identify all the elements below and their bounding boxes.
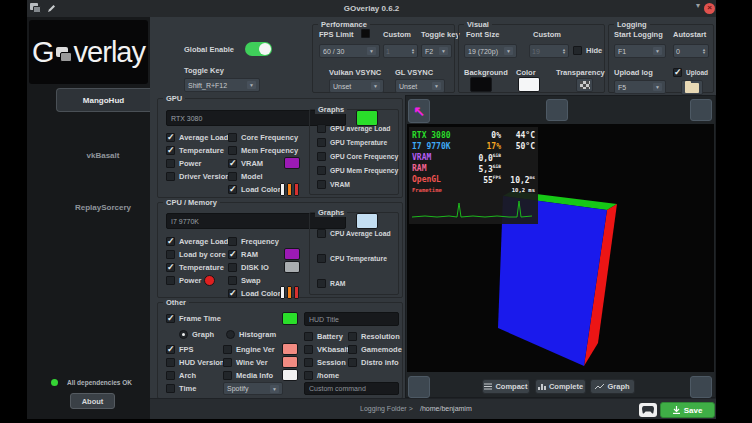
font-custom-spinbox[interactable]: 19▲▼ <box>529 44 569 58</box>
radio-graph[interactable]: Graph <box>179 330 214 339</box>
autostart-spinbox[interactable]: 0▲▼ <box>673 44 709 58</box>
gl-vsync-select[interactable]: Unset▼ <box>395 79 445 93</box>
chevron-down-icon[interactable]: ▾ <box>696 1 700 10</box>
spinner-arrows-icon[interactable]: ▲▼ <box>562 48 566 55</box>
cpu-check-disk-io[interactable]: DISK IO <box>228 263 269 272</box>
engine-ver-color-swatch[interactable] <box>282 343 298 355</box>
preview-top-middle-button[interactable] <box>546 99 568 121</box>
spinner-arrows-icon[interactable]: ▲▼ <box>702 48 706 55</box>
other-check-hud-version[interactable]: HUD Version <box>166 358 224 367</box>
global-enable-toggle[interactable] <box>245 42 272 56</box>
gpu-check-driver-version[interactable]: Driver Version <box>166 172 230 181</box>
other-check-wine-ver[interactable]: Wine Ver <box>223 358 268 367</box>
hide-check-row[interactable]: Hide <box>573 46 602 55</box>
gpu-graph-mem-frequency[interactable]: GPU Mem Frequency <box>317 166 398 175</box>
gpu-check-average-load[interactable]: Average Load <box>166 133 228 142</box>
background-color-swatch[interactable] <box>470 77 492 92</box>
gpu-load-color-swatches[interactable] <box>280 183 299 196</box>
upload-check-row[interactable]: Upload <box>673 68 708 77</box>
gamepad-button[interactable] <box>639 403 657 417</box>
other-check-frame-time[interactable]: Frame Time <box>166 314 221 323</box>
cpu-ram-color-swatch[interactable] <box>284 248 300 260</box>
spinner-arrows-icon[interactable]: ▲▼ <box>411 48 415 55</box>
cpu-graph-ram[interactable]: RAM <box>317 279 345 288</box>
gpu-check-core-frequency[interactable]: Core Frequency <box>228 133 298 142</box>
gpu-check-temperature[interactable]: Temperature <box>166 146 224 155</box>
other-check-arch[interactable]: Arch <box>166 371 196 380</box>
fps-limit-select[interactable]: 60 / 30▼ <box>319 44 380 58</box>
gpu-graph-core-frequency[interactable]: GPU Core Frequency <box>317 152 398 161</box>
fps-custom-spinbox[interactable]: 1▲▼ <box>383 44 418 58</box>
cpu-check-temperature[interactable]: Temperature <box>166 263 224 272</box>
wine-ver-color-swatch[interactable] <box>282 356 298 368</box>
cpu-check-power[interactable]: Power <box>166 276 202 285</box>
sidebar-tab-mangohud[interactable]: MangoHud <box>56 88 150 112</box>
other-check-resolution[interactable]: Resolution <box>348 332 400 341</box>
media-player-select[interactable]: Spotify▼ <box>223 382 283 395</box>
other-check-media-info[interactable]: Media Info <box>223 371 273 380</box>
start-logging-select[interactable]: F1▼ <box>614 44 666 58</box>
gpu-graph-vram[interactable]: VRAM <box>317 180 350 189</box>
cpu-check-swap[interactable]: Swap <box>228 276 261 285</box>
gpu-check-mem-frequency[interactable]: Mem Frequency <box>228 146 298 155</box>
cpu-graph-average-load[interactable]: CPU Average Load <box>317 229 391 238</box>
custom-command-input[interactable] <box>304 382 399 395</box>
cpu-load-color-swatches[interactable] <box>280 286 299 299</box>
radio-histogram[interactable]: Histogram <box>226 330 276 339</box>
vulkan-vsync-select[interactable]: Unset▼ <box>329 79 384 93</box>
sidebar-tab-vkbasalt[interactable]: vkBasalt <box>56 143 150 167</box>
cpu-check-load-by-core[interactable]: Load by core <box>166 250 226 259</box>
other-check-home[interactable]: /home <box>304 371 339 380</box>
hud-title-input[interactable] <box>304 312 399 326</box>
cpu-diskio-color-swatch[interactable] <box>284 261 300 273</box>
preview-bottom-right-button[interactable] <box>690 376 712 398</box>
gpu-graph-average-load[interactable]: GPU average Load <box>317 124 390 133</box>
close-icon[interactable]: × <box>704 3 715 14</box>
gpu-graph-temperature[interactable]: GPU Temperature <box>317 138 387 147</box>
compact-button[interactable]: Compact <box>482 379 530 394</box>
transparency-button[interactable] <box>576 78 593 92</box>
preview-top-right-button[interactable] <box>690 99 712 121</box>
sidebar-tab-replaysorcery[interactable]: ReplaySorcery <box>56 195 150 219</box>
gpu-check-load-color[interactable]: Load Color <box>228 185 281 194</box>
other-check-time[interactable]: Time <box>166 384 196 393</box>
gpu-check-model[interactable]: Model <box>228 172 263 181</box>
cpu-check-frequency[interactable]: Frequency <box>228 237 279 246</box>
gpu-check-power[interactable]: Power <box>166 159 202 168</box>
cpu-graph-temperature[interactable]: CPU Temperature <box>317 254 387 263</box>
cpu-power-color-swatch[interactable] <box>204 275 215 286</box>
other-check-vkbasalt[interactable]: VKbasalt <box>304 345 349 354</box>
graph-button[interactable]: Graph <box>590 379 635 394</box>
cpu-check-ram[interactable]: RAM <box>228 250 258 259</box>
other-check-fps[interactable]: FPS <box>166 345 194 354</box>
save-button[interactable]: Save <box>660 402 715 418</box>
text-color-swatch[interactable] <box>518 77 540 92</box>
frame-time-color-swatch[interactable] <box>282 312 298 325</box>
preview-bottom-left-button[interactable] <box>408 376 430 398</box>
font-size-select[interactable]: 19 (720p)▼ <box>464 44 517 58</box>
media-info-color-swatch[interactable] <box>282 369 298 381</box>
gpu-check-vram[interactable]: VRAM <box>228 159 263 168</box>
fps-limit-checkbox[interactable] <box>361 29 370 38</box>
hide-checkbox[interactable] <box>573 46 582 55</box>
edit-pencil-icon[interactable] <box>47 4 56 13</box>
cpu-check-average-load[interactable]: Average Load <box>166 237 228 246</box>
upload-log-select[interactable]: F5▼ <box>614 80 666 94</box>
folder-icon <box>685 83 699 93</box>
other-check-gamemode[interactable]: Gamemode <box>348 345 402 354</box>
logging-folder-value[interactable]: /home/benjamim <box>420 405 472 412</box>
upload-folder-button[interactable] <box>681 80 703 95</box>
other-check-engine-ver[interactable]: Engine Ver <box>223 345 275 354</box>
other-check-session[interactable]: Session <box>304 358 346 367</box>
complete-button[interactable]: Complete <box>535 379 586 394</box>
other-check-distro-info[interactable]: Distro info <box>348 358 399 367</box>
toggle-key-select[interactable]: Shift_R+F12▼ <box>184 78 260 92</box>
sidebar: Gverlay MangoHud vkBasalt ReplaySorcery … <box>27 17 150 419</box>
upload-checkbox[interactable] <box>673 68 682 77</box>
about-button[interactable]: About <box>70 393 115 409</box>
cursor-arrow-button[interactable]: ↖ <box>408 99 430 123</box>
other-check-battery[interactable]: Battery <box>304 332 343 341</box>
perf-toggle-key-select[interactable]: F2▼ <box>421 44 452 58</box>
gpu-vram-color-swatch[interactable] <box>284 157 300 169</box>
cpu-check-load-color[interactable]: Load Color <box>228 289 281 298</box>
